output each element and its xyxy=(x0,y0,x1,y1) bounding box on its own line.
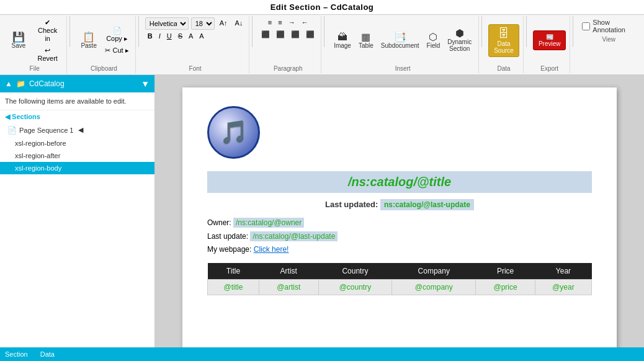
table-header-price: Price xyxy=(476,263,535,280)
field-button[interactable]: ⬡ Field xyxy=(424,30,444,51)
ribbon-group-font: Helvetica 18 A↑ A↓ B I U S A A Font xyxy=(141,16,250,73)
owner-label: Owner: xyxy=(207,218,231,227)
catalog-icon: 📁 xyxy=(16,79,25,88)
align-left-button[interactable]: ⬛ xyxy=(259,29,272,40)
sidebar-up-icon: ▲ xyxy=(5,79,12,88)
webpage-label: My webpage: xyxy=(207,245,251,254)
view-group-label: View xyxy=(602,36,615,43)
strikethrough-button[interactable]: S xyxy=(176,31,185,42)
paste-button[interactable]: 📋 Paste xyxy=(76,30,101,51)
sidebar-dropdown-icon: ▼ xyxy=(141,79,150,89)
page-canvas: 🎵 /ns:catalog/@title Last updated: ns:ca… xyxy=(182,87,617,347)
cut-button[interactable]: ✂ Cut ▸ xyxy=(102,45,132,56)
ribbon-group-clipboard: 📋 Paste 📄 Copy ▸ ✂ Cut ▸ Clipboard xyxy=(73,16,136,73)
insert-group-label: Insert xyxy=(395,65,411,72)
bottom-bar: Section Data xyxy=(0,347,644,361)
logo-area: 🎵 xyxy=(207,106,592,159)
font-group-label: Font xyxy=(189,65,202,72)
bold-button[interactable]: B xyxy=(145,31,155,42)
last-update-field[interactable]: /ns:catalog/@last-update xyxy=(250,231,338,241)
bottom-section-label[interactable]: Section xyxy=(5,350,28,358)
file-group-label: File xyxy=(30,65,40,72)
data-source-button[interactable]: 🗄 DataSource xyxy=(488,24,519,57)
table-header-year: Year xyxy=(535,263,591,280)
table-header-country: Country xyxy=(318,263,392,280)
align-right-button[interactable]: ⬛ xyxy=(288,29,302,40)
export-group-label: Export xyxy=(540,65,558,72)
sidebar-item-label: Page Sequence 1 xyxy=(19,127,73,134)
table-cell-country[interactable]: @country xyxy=(318,279,392,295)
align-list-button[interactable]: ≡ xyxy=(266,17,274,28)
catalog-table: Title Artist Country Company Price Year … xyxy=(207,263,592,295)
show-annotation-checkbox[interactable] xyxy=(582,22,590,30)
font-highlight-button[interactable]: A xyxy=(197,31,206,42)
last-updated-label: Last updated: xyxy=(325,200,378,209)
title-bar: Edit Section – CdCatalog xyxy=(0,0,644,15)
sidebar-tree: 📄 Page Sequence 1 ◀ xsl-region-before xs… xyxy=(0,123,154,347)
catalog-title-field[interactable]: /ns:catalog/@title xyxy=(207,171,592,193)
copy-button[interactable]: 📄 Copy ▸ xyxy=(102,25,132,44)
align-list2-button[interactable]: ≡ xyxy=(275,17,284,28)
font-grow-button[interactable]: A↑ xyxy=(217,18,230,29)
table-header-company: Company xyxy=(392,263,476,280)
window-title: Edit Section – CdCatalog xyxy=(271,2,374,12)
sidebar-item-xsl-before[interactable]: xsl-region-before xyxy=(0,137,154,149)
music-note-icon: 🎵 xyxy=(220,119,248,145)
table-cell-price[interactable]: @price xyxy=(476,279,535,295)
sidebar: ▲ 📁 CdCatalog ▼ The following items are … xyxy=(0,75,155,347)
underline-button[interactable]: U xyxy=(164,31,174,42)
ribbon-group-insert: 🏔 Image ▦ Table 📑 Subdocument ⬡ Field ⬢ xyxy=(327,16,479,73)
logo-circle: 🎵 xyxy=(207,106,260,159)
clipboard-group-label: Clipboard xyxy=(91,65,117,72)
table-header-title: Title xyxy=(208,263,259,280)
table-row: @title @artist @country @company @price … xyxy=(208,279,592,295)
ribbon-group-export: 📰 Preview Export xyxy=(529,16,571,73)
save-button[interactable]: 💾 Save xyxy=(6,30,31,51)
sidebar-info: The following items are available to edi… xyxy=(0,92,154,110)
sidebar-item-xsl-after[interactable]: xsl-region-after xyxy=(0,149,154,162)
table-cell-company[interactable]: @company xyxy=(392,279,476,295)
table-button[interactable]: ▦ Table xyxy=(356,30,377,51)
webpage-link[interactable]: Click here! xyxy=(254,245,289,254)
sidebar-item-page-sequence[interactable]: 📄 Page Sequence 1 ◀ xyxy=(0,123,154,137)
align-justify-button[interactable]: ⬛ xyxy=(303,29,317,40)
align-center-button[interactable]: ⬛ xyxy=(274,29,287,40)
ribbon: 💾 Save ✔ Check in ↩ Revert File 📋 Paste … xyxy=(0,15,644,75)
sidebar-item-label: xsl-region-body xyxy=(15,164,61,172)
catalog-title-value: /ns:catalog/@title xyxy=(348,175,451,189)
font-shrink-button[interactable]: A↓ xyxy=(233,18,246,29)
check-in-button[interactable]: ✔ Check in xyxy=(32,17,63,45)
font-name-select[interactable]: Helvetica xyxy=(145,17,189,30)
image-button[interactable]: 🏔 Image xyxy=(331,30,354,51)
table-cell-title[interactable]: @title xyxy=(208,279,259,295)
sidebar-item-label: xsl-region-before xyxy=(15,140,66,147)
align-outdent-button[interactable]: ← xyxy=(299,17,311,28)
ribbon-group-paragraph: ≡ ≡ → ← ⬛ ⬛ ⬛ ⬛ Paragraph xyxy=(255,16,321,73)
table-cell-artist[interactable]: @artist xyxy=(259,279,318,295)
table-cell-year[interactable]: @year xyxy=(535,279,591,295)
sidebar-info-text: The following items are available to edi… xyxy=(5,97,127,105)
last-updated-field[interactable]: ns:catalog/@last-update xyxy=(380,199,474,210)
revert-button[interactable]: ↩ Revert xyxy=(32,45,63,64)
owner-field[interactable]: /ns:catalog/@owner xyxy=(233,218,304,228)
ribbon-group-file: 💾 Save ✔ Check in ↩ Revert File xyxy=(2,16,67,73)
page-sequence-icon: 📄 xyxy=(7,126,17,135)
sidebar-item-label: xsl-region-after xyxy=(15,152,60,159)
sidebar-item-xsl-body[interactable]: xsl-region-body xyxy=(0,162,154,174)
font-color-button[interactable]: A xyxy=(186,31,195,42)
font-size-select[interactable]: 18 xyxy=(191,17,215,30)
owner-section: Owner: /ns:catalog/@owner Last update: /… xyxy=(207,216,592,257)
sidebar-item-arrow: ◀ xyxy=(78,126,83,134)
ribbon-group-data: 🗄 DataSource Data xyxy=(485,16,524,73)
canvas-area: 🎵 /ns:catalog/@title Last updated: ns:ca… xyxy=(155,75,644,347)
subdocument-button[interactable]: 📑 Subdocument xyxy=(378,30,423,51)
dynamic-section-button[interactable]: ⬢ DynamicSection xyxy=(444,27,475,54)
bottom-data-label[interactable]: Data xyxy=(40,350,55,358)
align-indent-button[interactable]: → xyxy=(286,17,298,28)
paragraph-group-label: Paragraph xyxy=(274,65,303,72)
last-update-label: Last update: xyxy=(207,232,248,241)
italic-button[interactable]: I xyxy=(156,31,163,42)
preview-button[interactable]: 📰 Preview xyxy=(533,30,566,50)
sidebar-header[interactable]: ▲ 📁 CdCatalog ▼ xyxy=(0,75,154,92)
table-header-artist: Artist xyxy=(259,263,318,280)
